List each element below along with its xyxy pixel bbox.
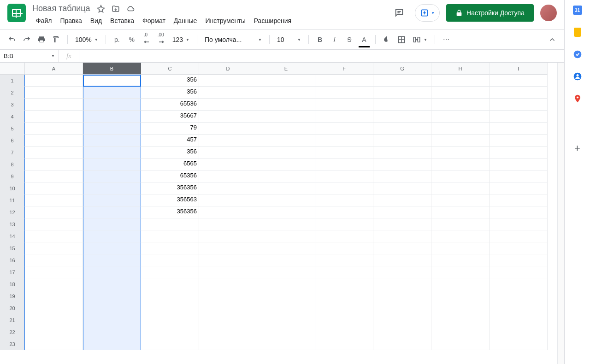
cell[interactable]	[315, 242, 373, 254]
cell[interactable]	[431, 87, 490, 99]
cell[interactable]	[315, 123, 373, 135]
cell[interactable]	[25, 290, 83, 302]
cell[interactable]: 6565	[141, 159, 199, 170]
cell[interactable]	[490, 278, 548, 290]
row-header[interactable]: 2	[0, 87, 25, 99]
cell[interactable]	[25, 278, 83, 290]
cell[interactable]	[257, 206, 315, 218]
zoom-dropdown[interactable]: 100%▼	[72, 33, 101, 46]
cell[interactable]	[490, 182, 548, 194]
cell[interactable]	[257, 314, 315, 326]
cell[interactable]	[25, 230, 83, 242]
row-header[interactable]: 13	[0, 218, 25, 230]
cell[interactable]	[25, 242, 83, 254]
select-all-corner[interactable]	[0, 63, 25, 75]
cell[interactable]	[25, 159, 83, 170]
cell[interactable]	[431, 194, 490, 206]
cell[interactable]	[199, 75, 257, 87]
cell[interactable]	[25, 99, 83, 111]
cell[interactable]	[315, 254, 373, 266]
cell[interactable]: 65536	[141, 99, 199, 111]
cell[interactable]	[373, 314, 431, 326]
cell[interactable]	[83, 314, 141, 326]
cell[interactable]	[373, 75, 431, 87]
cell[interactable]	[431, 266, 490, 278]
cell[interactable]	[199, 147, 257, 159]
add-on-button[interactable]: +	[573, 144, 582, 153]
cell[interactable]	[315, 266, 373, 278]
row-header[interactable]: 17	[0, 266, 25, 278]
cell[interactable]: 356356	[141, 182, 199, 194]
cell[interactable]	[490, 206, 548, 218]
cell[interactable]	[431, 206, 490, 218]
cell[interactable]	[373, 326, 431, 338]
cell[interactable]	[431, 254, 490, 266]
cell[interactable]	[141, 290, 199, 302]
cell[interactable]	[490, 135, 548, 147]
cell[interactable]	[199, 99, 257, 111]
cell[interactable]	[83, 326, 141, 338]
cell[interactable]	[257, 242, 315, 254]
cell[interactable]	[490, 338, 548, 350]
cell[interactable]	[373, 182, 431, 194]
cell[interactable]	[257, 147, 315, 159]
cell[interactable]	[199, 326, 257, 338]
row-header[interactable]: 1	[0, 75, 25, 87]
cell[interactable]	[199, 123, 257, 135]
row-header[interactable]: 7	[0, 147, 25, 159]
menu-insert[interactable]: Вставка	[106, 15, 138, 26]
cell[interactable]	[83, 111, 141, 123]
row-header[interactable]: 10	[0, 182, 25, 194]
cell[interactable]	[490, 159, 548, 170]
cell[interactable]	[315, 147, 373, 159]
cell[interactable]	[257, 230, 315, 242]
cell[interactable]	[315, 99, 373, 111]
cell[interactable]	[25, 206, 83, 218]
row-header[interactable]: 12	[0, 206, 25, 218]
cell[interactable]	[199, 206, 257, 218]
cell[interactable]	[25, 75, 83, 87]
cell[interactable]	[257, 99, 315, 111]
cell[interactable]	[83, 278, 141, 290]
cell[interactable]	[199, 254, 257, 266]
cell[interactable]	[315, 338, 373, 350]
cell[interactable]	[141, 326, 199, 338]
cell[interactable]	[257, 326, 315, 338]
cell[interactable]	[83, 99, 141, 111]
cell[interactable]	[431, 242, 490, 254]
cell[interactable]	[373, 266, 431, 278]
collapse-toolbar-button[interactable]	[546, 33, 559, 46]
cell[interactable]: 356	[141, 87, 199, 99]
cell[interactable]	[490, 218, 548, 230]
cell[interactable]	[25, 218, 83, 230]
cell[interactable]	[83, 182, 141, 194]
cloud-status-icon[interactable]	[126, 5, 135, 13]
cell[interactable]	[373, 170, 431, 182]
cell[interactable]	[257, 254, 315, 266]
paint-format-button[interactable]	[50, 33, 63, 46]
borders-button[interactable]	[395, 33, 408, 46]
cell[interactable]	[141, 242, 199, 254]
cell[interactable]: 35667	[141, 111, 199, 123]
percent-button[interactable]: %	[125, 33, 138, 46]
document-title[interactable]: Новая таблица	[32, 4, 90, 13]
increase-decimal-button[interactable]: .00	[155, 33, 168, 46]
cell[interactable]	[315, 314, 373, 326]
cell[interactable]	[431, 123, 490, 135]
cell[interactable]	[25, 87, 83, 99]
cell[interactable]	[199, 290, 257, 302]
cell[interactable]	[257, 338, 315, 350]
cell[interactable]	[25, 302, 83, 314]
more-toolbar-button[interactable]: ⋯	[440, 33, 453, 46]
column-header[interactable]: I	[490, 63, 548, 75]
cell[interactable]	[490, 302, 548, 314]
formula-input[interactable]	[79, 50, 564, 62]
cell[interactable]	[373, 242, 431, 254]
cell[interactable]	[431, 182, 490, 194]
text-color-button[interactable]: A	[358, 33, 371, 46]
cell[interactable]	[25, 170, 83, 182]
cell[interactable]	[373, 206, 431, 218]
cell[interactable]	[83, 266, 141, 278]
row-header[interactable]: 20	[0, 302, 25, 314]
cell[interactable]	[490, 123, 548, 135]
